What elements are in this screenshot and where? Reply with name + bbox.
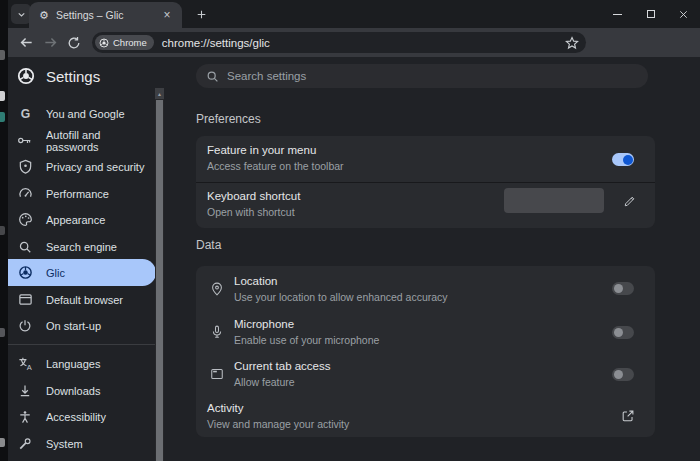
scroll-up-icon[interactable]: ▲ [155,88,164,99]
sidebar-item-glic[interactable]: Glic [8,259,156,286]
row-subtitle: Open with shortcut [207,206,300,218]
sidebar-item-accessibility[interactable]: Accessibility [8,403,156,430]
palette-icon [17,212,33,228]
background-window-sliver [0,438,5,447]
settings-search[interactable] [196,64,648,88]
sidebar-item-default-browser[interactable]: Default browser [8,286,156,313]
settings-main: Preferences Feature in your menu Access … [166,57,700,461]
microphone-toggle[interactable] [612,326,634,339]
preferences-card: Feature in your menu Access feature on t… [196,136,655,228]
google-g-icon: G [17,106,33,122]
browser-toolbar: Chrome chrome://settings/glic [8,28,700,57]
scrollbar-thumb[interactable] [156,100,163,461]
accessibility-person-icon [17,409,33,425]
sidebar-scrollbar[interactable]: ▲ [155,88,164,461]
microphone-row: Microphone Enable use of your microphone [196,311,655,353]
site-chip[interactable]: Chrome [95,35,154,50]
data-card: Location Use your location to allow enha… [196,266,655,437]
sidebar-divider [8,344,156,345]
background-window-sliver [0,226,5,235]
desktop: ⚙ Settings – Glic × [0,0,700,461]
row-title: Location [234,275,448,287]
row-title: Feature in your menu [207,144,344,156]
power-icon [17,318,33,334]
forward-button[interactable] [38,31,62,55]
svg-text:G: G [20,107,29,121]
sidebar-item-system[interactable]: System [8,430,156,457]
keyboard-shortcut-input[interactable] [504,188,604,213]
edit-shortcut-button[interactable] [621,193,637,209]
close-icon [678,9,689,20]
sidebar-item-appearance[interactable]: Appearance [8,206,156,233]
address-bar[interactable]: Chrome chrome://settings/glic [92,32,586,53]
settings-page: Settings G You and Google Autofill and p… [8,57,700,461]
reload-button[interactable] [62,31,86,55]
activity-row[interactable]: Activity View and manage your activity [196,395,655,437]
window-controls [601,0,700,28]
toggle-knob [614,370,623,379]
sidebar-item-downloads[interactable]: Downloads [8,377,156,404]
speedometer-icon [17,186,33,202]
maximize-icon [647,10,655,18]
new-tab-button[interactable] [192,5,210,23]
row-subtitle: Enable use of your microphone [234,334,379,346]
translate-icon: A [17,356,33,372]
current-tab-row: Current tab access Allow feature [196,353,655,395]
minimize-icon [613,14,622,15]
row-subtitle: Access feature on the toolbar [207,160,344,172]
tab-settings-glic[interactable]: ⚙ Settings – Glic × [29,2,182,28]
sidebar-item-you-and-google[interactable]: G You and Google [8,100,156,127]
wrench-icon [17,436,33,452]
back-button[interactable] [14,31,38,55]
settings-sidebar: Settings G You and Google Autofill and p… [8,57,166,461]
sidebar-item-privacy[interactable]: Privacy and security [8,153,156,180]
background-window-sliver [0,112,5,122]
location-toggle[interactable] [612,282,634,295]
tab-search-button[interactable] [11,4,31,24]
download-icon [17,383,33,399]
toggle-knob [623,155,633,165]
location-row: Location Use your location to allow enha… [196,266,655,311]
row-title: Keyboard shortcut [207,190,300,202]
minimize-button[interactable] [601,0,634,28]
close-button[interactable] [667,0,700,28]
location-pin-icon [209,281,225,297]
feature-in-menu-toggle[interactable] [612,153,634,166]
activity-external-link-button[interactable] [620,408,636,424]
magnifier-icon [17,239,33,255]
background-window-sliver [0,328,5,337]
chrome-logo-icon [99,38,109,48]
row-title: Microphone [234,318,379,330]
search-settings-input[interactable] [227,70,638,82]
tab-close-icon[interactable]: × [159,7,175,23]
row-subtitle: Allow feature [234,376,331,388]
background-window-sliver [0,50,5,60]
key-icon [17,133,33,149]
sidebar-item-autofill[interactable]: Autofill and passwords [8,127,156,154]
shield-icon [17,159,33,175]
tab-strip: ⚙ Settings – Glic × [8,0,700,28]
chrome-window: ⚙ Settings – Glic × [8,0,700,461]
star-icon [565,36,579,50]
background-window-sliver [0,91,5,101]
sidebar-item-search-engine[interactable]: Search engine [8,233,156,260]
sidebar-item-on-startup[interactable]: On start-up [8,312,156,339]
feature-in-menu-row: Feature in your menu Access feature on t… [196,136,655,182]
maximize-button[interactable] [634,0,667,28]
section-heading-data: Data [196,238,221,252]
external-link-icon [621,409,635,423]
page-title: Settings [46,68,100,85]
current-tab-icon [209,366,225,382]
settings-logo-icon [17,67,35,85]
back-arrow-icon [19,35,34,50]
site-chip-label: Chrome [113,37,147,48]
row-title: Current tab access [234,360,331,372]
sidebar-item-performance[interactable]: Performance [8,180,156,207]
sidebar-item-languages[interactable]: A Languages [8,350,156,377]
browser-icon [17,292,33,308]
bookmark-star-button[interactable] [565,36,579,50]
reload-icon [67,36,81,50]
row-title: Activity [207,402,349,414]
plus-icon [195,8,208,21]
current-tab-toggle[interactable] [612,368,634,381]
